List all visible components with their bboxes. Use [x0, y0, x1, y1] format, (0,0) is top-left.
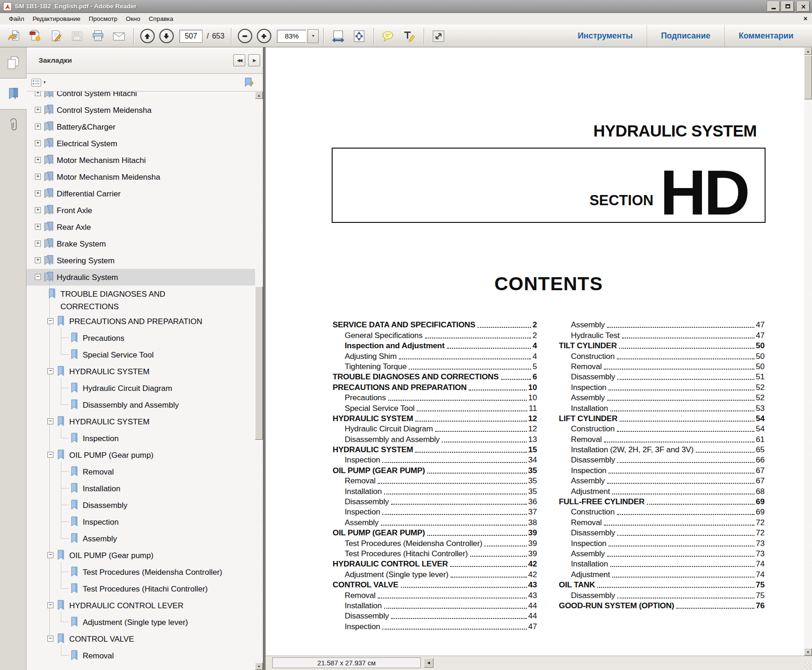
bookmark-ribbon-icon [44, 204, 53, 216]
open-file-button[interactable] [5, 27, 24, 46]
bookmark-item[interactable]: +Control System Hitachi [26, 91, 255, 102]
menu-window[interactable]: Окно [122, 14, 144, 24]
menu-edit[interactable]: Редактирование [28, 14, 85, 24]
collapse-minus-icon[interactable]: − [47, 368, 53, 374]
toc-leader-dots [391, 618, 527, 619]
bookmark-item[interactable]: +Battery&Charger [26, 118, 255, 135]
tab-comments[interactable]: Комментарии [724, 25, 807, 47]
create-pdf-button[interactable] [26, 27, 45, 46]
bookmark-item[interactable]: +Brake System [26, 235, 255, 252]
status-scroll-left-button[interactable]: ◀ [424, 658, 433, 668]
menu-file[interactable]: Файл [5, 14, 28, 24]
toc-page-number: 75 [756, 580, 765, 590]
collapse-minus-icon[interactable]: − [47, 602, 53, 608]
toc-label: Construction [571, 351, 615, 361]
previous-page-button[interactable] [138, 27, 156, 46]
bookmark-item[interactable]: +Electrical System [26, 135, 255, 152]
expand-plus-icon[interactable]: + [35, 190, 41, 196]
bookmark-item[interactable]: −Hydraulic System [26, 269, 255, 286]
expand-plus-icon[interactable]: + [35, 241, 41, 247]
bookmark-item[interactable]: +Motor Mechanism Hitachi [26, 152, 255, 169]
expand-plus-icon[interactable]: + [35, 157, 41, 163]
menu-help[interactable]: Справка [144, 14, 177, 24]
zoom-in-button[interactable] [255, 27, 273, 46]
collapse-minus-icon[interactable]: − [47, 418, 53, 424]
attachments-button[interactable] [0, 110, 26, 140]
expand-plus-icon[interactable]: + [35, 107, 41, 113]
bookmarks-panel: Закладки ◀◀ ▶ ▼ [26, 47, 263, 670]
scroll-down-button[interactable]: ▼ [255, 663, 263, 670]
fit-width-button[interactable] [328, 27, 348, 46]
close-button[interactable]: × [797, 1, 810, 12]
bookmark-label: Steering System [57, 254, 115, 267]
fit-page-button[interactable] [349, 27, 369, 46]
toc-page-number: 74 [756, 559, 765, 569]
bookmarks-back-button[interactable]: ◀◀ [233, 54, 245, 66]
page-number-input[interactable]: 507 [179, 30, 203, 43]
scroll-down-button[interactable]: ▼ [804, 648, 812, 656]
section-code: HD [660, 169, 748, 215]
maximize-button[interactable] [781, 1, 794, 12]
print-button[interactable] [88, 27, 108, 46]
expand-plus-icon[interactable]: + [35, 124, 41, 130]
tab-sign[interactable]: Подписание [647, 25, 724, 47]
collapse-minus-icon[interactable]: − [47, 452, 53, 458]
bookmark-item[interactable]: +Front Axle [26, 202, 255, 219]
bookmark-item[interactable]: −OIL PUMP (Gear pump) [26, 547, 255, 564]
scrollbar-thumb[interactable] [255, 286, 263, 440]
bookmark-item[interactable]: −HYDRAULIC SYSTEM [26, 413, 255, 430]
expand-plus-icon[interactable]: + [35, 207, 41, 213]
resize-grip[interactable] [805, 663, 812, 670]
sign-document-button[interactable] [46, 27, 66, 46]
collapse-minus-icon[interactable]: − [35, 274, 41, 280]
close-document-button[interactable]: × [804, 15, 807, 22]
zoom-dropdown-button[interactable]: ▼ [308, 29, 319, 43]
expand-plus-icon[interactable]: + [35, 91, 41, 96]
bookmark-item[interactable]: +Control System Meidensha [26, 102, 255, 118]
bookmark-ribbon-icon [70, 482, 79, 494]
bookmarks-options-button[interactable]: ▼ [31, 78, 46, 87]
add-comment-button[interactable] [379, 27, 398, 46]
bookmark-item[interactable]: −HYDRAULIC CONTROL LEVER [26, 597, 255, 614]
email-button[interactable] [109, 27, 129, 46]
bookmarks-panel-button[interactable] [0, 78, 26, 110]
bookmark-ribbon-icon [44, 104, 53, 116]
bookmark-item[interactable]: −HYDRAULIC SYSTEM [26, 363, 255, 380]
bookmark-item[interactable]: −OIL PUMP (Gear pump) [26, 447, 255, 463]
save-button[interactable] [67, 27, 87, 46]
document-scrollbar[interactable]: ▲ ▼ [804, 47, 812, 656]
expand-plus-icon[interactable]: + [35, 257, 41, 263]
zoom-out-button[interactable] [236, 27, 254, 46]
bookmark-item[interactable]: +Steering System [26, 252, 255, 269]
bookmark-item[interactable]: −CONTROL VALVE [26, 631, 255, 647]
collapse-minus-icon[interactable]: − [47, 318, 53, 324]
toc-leader-dots [378, 483, 526, 484]
bookmark-label: HYDRAULIC SYSTEM [69, 365, 150, 378]
highlight-text-button[interactable] [399, 27, 419, 46]
minimize-button[interactable] [767, 1, 780, 12]
bookmark-item[interactable]: +Motor Mechanism Meidensha [26, 169, 255, 185]
bookmark-item[interactable]: TROUBLE DIAGNOSES AND CORRECTIONS [26, 286, 255, 313]
goto-bookmark-button[interactable] [243, 77, 255, 88]
collapse-minus-icon[interactable]: − [47, 636, 53, 642]
bookmark-item[interactable]: +Rear Axle [26, 219, 255, 235]
next-page-button[interactable] [157, 27, 175, 46]
expand-plus-icon[interactable]: + [35, 224, 41, 230]
bookmark-label: PRECAUTIONS AND PREPARATION [69, 315, 203, 328]
bookmarks-scrollbar[interactable]: ▲ ▼ [255, 91, 263, 670]
bookmarks-forward-button[interactable]: ▶ [248, 54, 260, 66]
fullscreen-button[interactable] [429, 27, 448, 46]
bookmark-item[interactable]: +Differential Carrier [26, 185, 255, 202]
tab-tools[interactable]: Инструменты [564, 25, 647, 47]
zoom-level-input[interactable]: 83% [277, 30, 306, 43]
page-thumbnails-button[interactable] [0, 47, 26, 78]
expand-plus-icon[interactable]: + [35, 140, 41, 146]
menu-view[interactable]: Просмотр [85, 14, 122, 24]
collapse-minus-icon[interactable]: − [47, 552, 53, 558]
scroll-up-button[interactable]: ▲ [255, 91, 263, 99]
scrollbar-thumb[interactable] [804, 55, 812, 99]
scroll-up-button[interactable]: ▲ [804, 47, 812, 55]
toc-label: Inspection [345, 507, 380, 517]
expand-plus-icon[interactable]: + [35, 174, 41, 180]
bookmark-item[interactable]: −PRECAUTIONS AND PREPARATION [26, 313, 255, 330]
